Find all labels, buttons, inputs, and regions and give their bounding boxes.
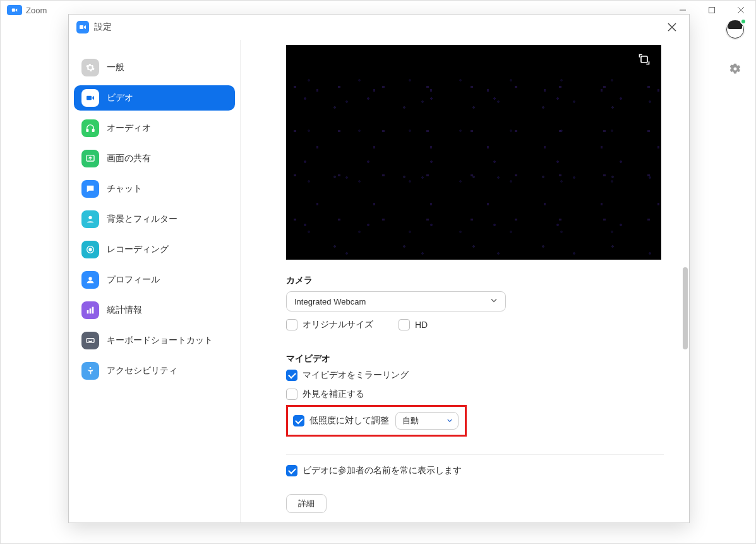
user-avatar[interactable] bbox=[725, 20, 745, 40]
rotate-camera-button[interactable] bbox=[636, 51, 652, 68]
svg-rect-25 bbox=[641, 56, 647, 63]
svg-rect-18 bbox=[92, 307, 94, 314]
touchup-label: 外見を補正する bbox=[303, 389, 364, 400]
checkbox-unchecked-icon bbox=[286, 389, 297, 400]
sidebar-item-label: アクセシビリティ bbox=[107, 365, 177, 377]
svg-rect-0 bbox=[12, 9, 15, 12]
dialog-close-button[interactable] bbox=[663, 18, 681, 37]
lowlight-mode-value: 自動 bbox=[402, 415, 419, 426]
lowlight-mode-select[interactable]: 自動 bbox=[395, 412, 459, 430]
sidebar-item-general[interactable]: 一般 bbox=[74, 55, 235, 80]
always-show-name-label: ビデオに参加者の名前を常に表示します bbox=[303, 465, 462, 476]
hd-label: HD bbox=[415, 320, 428, 330]
accessibility-icon bbox=[81, 362, 99, 380]
svg-point-14 bbox=[89, 248, 92, 251]
zoom-logo-icon bbox=[7, 5, 22, 15]
sidebar-item-audio[interactable]: オーディオ bbox=[74, 116, 235, 141]
camera-section-label: カメラ bbox=[286, 275, 664, 286]
sidebar-item-recording[interactable]: レコーディング bbox=[74, 237, 235, 262]
main-window-title: Zoom bbox=[26, 6, 47, 15]
share-screen-icon bbox=[81, 150, 99, 167]
maximize-button[interactable] bbox=[697, 1, 726, 20]
sidebar-item-label: 画面の共有 bbox=[107, 153, 151, 164]
svg-point-22 bbox=[91, 340, 92, 341]
checkbox-unchecked-icon bbox=[399, 319, 410, 330]
videocamera-icon bbox=[81, 89, 99, 107]
sidebar-item-video[interactable]: ビデオ bbox=[74, 85, 235, 111]
sidebar-item-screenshare[interactable]: 画面の共有 bbox=[74, 146, 235, 171]
svg-point-21 bbox=[90, 340, 90, 341]
dialog-title: 設定 bbox=[94, 21, 112, 33]
svg-point-12 bbox=[88, 216, 92, 219]
sidebar-item-label: 統計情報 bbox=[107, 305, 142, 316]
touchup-checkbox-row[interactable]: 外見を補正する bbox=[286, 389, 664, 400]
original-size-checkbox-row[interactable]: オリジナルサイズ bbox=[286, 319, 373, 330]
mirror-label: マイビデオをミラーリング bbox=[303, 370, 409, 381]
sidebar-item-label: ビデオ bbox=[107, 92, 133, 104]
sidebar-item-label: キーボードショートカット bbox=[107, 335, 213, 346]
video-preview-image bbox=[286, 45, 661, 260]
svg-rect-8 bbox=[87, 96, 92, 100]
hd-checkbox-row[interactable]: HD bbox=[399, 319, 428, 330]
dialog-titlebar: 設定 bbox=[69, 15, 689, 40]
detail-button[interactable]: 詳細 bbox=[286, 494, 327, 513]
sidebar-item-label: レコーディング bbox=[107, 244, 169, 255]
sidebar-item-accessibility[interactable]: アクセシビリティ bbox=[74, 358, 235, 384]
video-preview bbox=[286, 45, 661, 260]
keyboard-icon bbox=[81, 332, 99, 349]
sidebar-item-label: オーディオ bbox=[107, 123, 151, 134]
camera-select[interactable]: Integrated Webcam bbox=[286, 291, 506, 311]
statistics-icon bbox=[81, 301, 99, 319]
close-main-button[interactable] bbox=[726, 1, 755, 20]
sidebar-item-label: チャット bbox=[107, 183, 142, 195]
scrollbar-thumb[interactable] bbox=[683, 267, 688, 349]
sidebar-item-label: 背景とフィルター bbox=[107, 214, 177, 225]
checkbox-checked-icon bbox=[293, 415, 304, 426]
lowlight-label: 低照度に対して調整 bbox=[309, 415, 389, 426]
presence-indicator bbox=[740, 18, 747, 25]
profile-icon bbox=[81, 271, 99, 289]
chevron-down-icon bbox=[490, 297, 498, 306]
svg-rect-23 bbox=[88, 341, 92, 342]
svg-rect-10 bbox=[92, 129, 94, 131]
mirror-checkbox-row[interactable]: マイビデオをミラーリング bbox=[286, 370, 664, 381]
sidebar-item-shortcuts[interactable]: キーボードショートカット bbox=[74, 328, 235, 353]
settings-content: カメラ Integrated Webcam オリジナルサイズ HD マイビデオ bbox=[241, 40, 689, 523]
lowlight-checkbox-row[interactable]: 低照度に対して調整 自動 bbox=[293, 412, 459, 430]
recording-icon bbox=[81, 241, 99, 258]
gear-icon bbox=[81, 59, 99, 76]
content-divider bbox=[286, 454, 664, 455]
headphones-icon bbox=[81, 119, 99, 137]
checkbox-unchecked-icon bbox=[286, 319, 297, 330]
sidebar-item-label: プロフィール bbox=[107, 274, 160, 286]
original-size-label: オリジナルサイズ bbox=[303, 319, 373, 330]
svg-rect-5 bbox=[80, 25, 83, 29]
lowlight-highlight: 低照度に対して調整 自動 bbox=[286, 405, 467, 437]
svg-point-24 bbox=[90, 367, 92, 369]
content-scrollbar[interactable] bbox=[683, 267, 688, 394]
sidebar-item-profile[interactable]: プロフィール bbox=[74, 267, 235, 293]
sidebar-item-background[interactable]: 背景とフィルター bbox=[74, 207, 235, 232]
sidebar-item-label: 一般 bbox=[107, 62, 124, 73]
sidebar-item-statistics[interactable]: 統計情報 bbox=[74, 298, 235, 323]
camera-select-value: Integrated Webcam bbox=[294, 297, 366, 306]
chevron-down-icon bbox=[447, 416, 453, 426]
svg-point-15 bbox=[88, 277, 92, 280]
settings-dialog: 設定 一般 ビデオ オーディオ bbox=[68, 14, 690, 523]
always-show-name-checkbox-row[interactable]: ビデオに参加者の名前を常に表示します bbox=[286, 465, 664, 476]
svg-rect-2 bbox=[709, 8, 715, 13]
settings-sidebar: 一般 ビデオ オーディオ 画面の共有 bbox=[69, 40, 241, 523]
chat-bubble-icon bbox=[81, 180, 99, 198]
svg-rect-9 bbox=[87, 129, 88, 131]
myvideo-section-label: マイビデオ bbox=[286, 353, 664, 365]
sidebar-item-chat[interactable]: チャット bbox=[74, 176, 235, 202]
svg-rect-17 bbox=[90, 308, 92, 313]
background-filter-icon bbox=[81, 210, 99, 228]
settings-gear-button[interactable] bbox=[725, 59, 745, 79]
svg-point-20 bbox=[88, 340, 88, 341]
zoom-dialog-icon bbox=[76, 21, 89, 33]
checkbox-checked-icon bbox=[286, 370, 297, 381]
svg-rect-16 bbox=[87, 310, 89, 313]
checkbox-checked-icon bbox=[286, 465, 297, 476]
svg-rect-19 bbox=[87, 339, 94, 343]
